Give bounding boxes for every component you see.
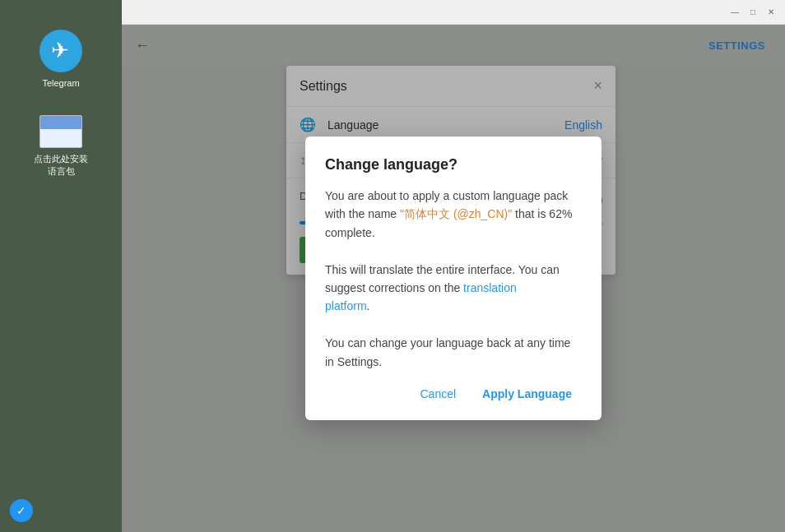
translation-platform-link[interactable]: translationplatform — [325, 281, 517, 312]
cancel-button[interactable]: Cancel — [411, 381, 467, 407]
installer-icon-img — [39, 115, 82, 148]
apply-language-button[interactable]: Apply Language — [472, 381, 582, 407]
minimize-button[interactable]: — — [727, 5, 742, 20]
title-bar: — □ ✕ — [122, 0, 785, 25]
change-language-dialog: Change language? You are about to apply … — [305, 136, 602, 420]
telegram-icon-bg: ✈ — [39, 30, 82, 72]
dialog-paragraph-3: You can change your language back at any… — [325, 334, 582, 371]
dialog-title: Change language? — [325, 156, 582, 173]
dialog-footer: Cancel Apply Language — [325, 381, 582, 407]
dialog-paragraph-2: This will translate the entire interface… — [325, 261, 582, 316]
installer-label: 点击此处安装语言包 — [34, 153, 88, 177]
desktop: ✈ Telegram 点击此处安装语言包 ✓ — □ ✕ ← SETT — [0, 0, 785, 532]
dialog-overlay: Change language? You are about to apply … — [122, 25, 785, 532]
dialog-body: You are about to apply a custom language… — [325, 187, 582, 371]
close-button[interactable]: ✕ — [764, 5, 778, 20]
telegram-icon-item[interactable]: ✈ Telegram — [35, 25, 87, 94]
dialog-paragraph-1: You are about to apply a custom language… — [325, 187, 582, 242]
sidebar: ✈ Telegram 点击此处安装语言包 ✓ — [0, 0, 122, 532]
installer-icon-item[interactable]: 点击此处安装语言包 — [29, 110, 93, 182]
app-content: ← SETTINGS Settings × 🌐 Language English — [122, 25, 785, 532]
telegram-plane-icon: ✈ — [51, 38, 69, 63]
telegram-label: Telegram — [42, 77, 79, 89]
checkmark-badge: ✓ — [10, 499, 33, 522]
dialog-lang-name: "简体中文 (@zh_CN)" — [400, 207, 512, 220]
window-chrome: — □ ✕ ← SETTINGS Settings × — [122, 0, 785, 532]
maximize-button[interactable]: □ — [746, 5, 760, 20]
main-window: — □ ✕ ← SETTINGS Settings × — [122, 0, 785, 532]
